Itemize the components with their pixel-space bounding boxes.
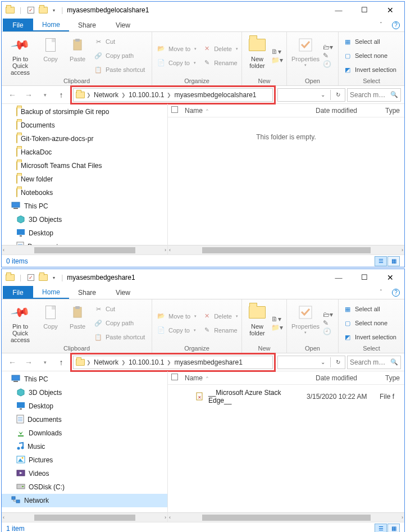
select-all-button[interactable]: ▦Select all xyxy=(341,303,399,315)
new-folder-button[interactable]: New folder xyxy=(244,34,270,77)
cut-button[interactable]: ✂Cut xyxy=(92,35,147,48)
history-icon[interactable]: 🕘 xyxy=(323,328,333,335)
new-folder-button[interactable]: New folder xyxy=(244,302,270,344)
help-icon[interactable]: ? xyxy=(392,289,400,297)
tab-share[interactable]: Share xyxy=(69,19,105,31)
select-all-checkbox[interactable] xyxy=(171,374,178,380)
history-icon[interactable]: 🕘 xyxy=(323,60,333,68)
properties-button[interactable]: Properties▾ xyxy=(289,302,322,344)
refresh-button[interactable]: ↻ xyxy=(331,356,345,369)
maximize-button[interactable]: ☐ xyxy=(352,269,377,286)
nav-item[interactable]: Pictures xyxy=(2,453,167,467)
open-icon[interactable]: 🗁▾ xyxy=(323,311,333,319)
nav-item[interactable]: Git-Token-azure-docs-pr xyxy=(2,132,167,145)
edit-icon[interactable]: ✎ xyxy=(323,52,333,60)
nav-item[interactable]: Videos xyxy=(2,467,167,480)
copy-path-button[interactable]: 🔗Copy path xyxy=(92,317,147,329)
nav-item[interactable]: HackaDoc xyxy=(2,145,167,159)
properties-qat-icon[interactable]: ✓ xyxy=(26,273,35,282)
select-all-button[interactable]: ▦Select all xyxy=(341,35,399,48)
rename-button[interactable]: ✎Rename xyxy=(200,324,240,337)
nav-item[interactable]: This PC xyxy=(2,199,167,213)
content-horizontal-scrollbar[interactable]: ‹› xyxy=(168,512,404,522)
nav-back-button[interactable]: ← xyxy=(5,356,20,369)
nav-recent-dropdown-icon[interactable]: ▾ xyxy=(38,88,52,102)
address-dropdown-icon[interactable]: ⌄ xyxy=(316,356,330,369)
new-item-icon[interactable]: 🗎▾ xyxy=(271,48,283,56)
nav-item[interactable]: Microsoft Teams Chat Files xyxy=(2,159,167,172)
pin-quick-access-button[interactable]: 📌 Pin to Quick access xyxy=(4,302,37,344)
column-headers[interactable]: Name^ Date modified Type xyxy=(168,104,404,117)
tab-home[interactable]: Home xyxy=(33,286,69,299)
nav-forward-button[interactable]: → xyxy=(21,88,36,102)
details-view-button[interactable]: ☰ xyxy=(375,524,387,533)
nav-horizontal-scrollbar[interactable]: ‹› xyxy=(2,245,167,254)
invert-selection-button[interactable]: ◩Invert selection xyxy=(341,331,399,343)
breadcrumb-item[interactable]: Network xyxy=(92,91,120,99)
cut-button[interactable]: ✂Cut xyxy=(92,303,147,315)
details-view-button[interactable]: ☰ xyxy=(375,256,387,266)
select-none-button[interactable]: ▢Select none xyxy=(341,317,399,329)
content-horizontal-scrollbar[interactable]: ‹› xyxy=(168,245,404,254)
nav-forward-button[interactable]: → xyxy=(21,356,36,369)
nav-item[interactable]: Desktop xyxy=(2,399,167,413)
properties-qat-icon[interactable]: ✓ xyxy=(26,6,35,15)
file-menu-button[interactable]: File xyxy=(3,19,33,31)
edit-icon[interactable]: ✎ xyxy=(323,319,333,327)
new-item-icon[interactable]: 🗎▾ xyxy=(271,315,283,323)
chevron-right-icon[interactable]: ❯ xyxy=(166,360,172,365)
tab-view[interactable]: View xyxy=(105,286,141,299)
delete-button[interactable]: ✕Delete▾ xyxy=(200,310,240,322)
tab-home[interactable]: Home xyxy=(33,19,69,31)
nav-up-button[interactable]: ↑ xyxy=(54,356,69,369)
paste-shortcut-button[interactable]: 📋Paste shortcut xyxy=(92,63,147,76)
address-dropdown-icon[interactable]: ⌄ xyxy=(316,89,330,101)
nav-item[interactable]: Network xyxy=(2,494,167,507)
nav-item[interactable]: This PC xyxy=(2,372,167,386)
tab-share[interactable]: Share xyxy=(69,286,105,299)
breadcrumb-item[interactable]: 10.100.10.1 xyxy=(127,91,166,99)
qat-dropdown-icon[interactable]: ▾ xyxy=(51,275,56,280)
easy-access-icon[interactable]: 📁▾ xyxy=(271,56,283,64)
paste-button[interactable]: Paste xyxy=(65,34,90,77)
nav-back-button[interactable]: ← xyxy=(5,88,20,102)
close-button[interactable]: ✕ xyxy=(377,2,403,19)
nav-item[interactable]: Notebooks xyxy=(2,186,167,199)
qat-dropdown-icon[interactable]: ▾ xyxy=(51,8,56,13)
address-bar[interactable]: ❯ Network ❯ 10.100.10.1 ❯ myasesmbedgesh… xyxy=(73,356,273,369)
refresh-button[interactable]: ↻ xyxy=(331,89,345,101)
icons-view-button[interactable]: ▦ xyxy=(387,524,400,533)
open-icon[interactable]: 🗁▾ xyxy=(323,43,333,51)
nav-recent-dropdown-icon[interactable]: ▾ xyxy=(38,356,52,369)
nav-up-button[interactable]: ↑ xyxy=(54,88,69,102)
nav-item[interactable]: New folder xyxy=(2,172,167,186)
tab-view[interactable]: View xyxy=(105,19,141,31)
minimize-button[interactable]: — xyxy=(326,269,352,286)
navigation-pane[interactable]: This PC 3D Objects Desktop Documents Dow… xyxy=(2,371,168,522)
copy-to-button[interactable]: 📄Copy to▾ xyxy=(154,324,199,337)
column-headers[interactable]: Name^ Date modified Type xyxy=(168,371,404,385)
chevron-right-icon[interactable]: ❯ xyxy=(86,92,92,98)
help-icon[interactable]: ? xyxy=(392,21,400,29)
copy-button[interactable]: Copy xyxy=(38,302,63,344)
nav-item[interactable]: Documents xyxy=(2,240,167,245)
select-none-button[interactable]: ▢Select none xyxy=(341,49,399,62)
close-button[interactable]: ✕ xyxy=(377,269,403,286)
copy-path-button[interactable]: 🔗Copy path xyxy=(92,49,147,62)
chevron-right-icon[interactable]: ❯ xyxy=(166,92,172,98)
properties-button[interactable]: Properties▾ xyxy=(289,34,322,77)
collapse-ribbon-icon[interactable]: ˆ xyxy=(380,22,382,28)
move-to-button[interactable]: 📂Move to▾ xyxy=(154,43,199,55)
nav-horizontal-scrollbar[interactable]: ‹› xyxy=(2,512,167,522)
nav-item[interactable]: Backup of storsimple Git repo xyxy=(2,105,167,119)
nav-item[interactable]: Desktop xyxy=(2,226,167,240)
folder-qat-icon[interactable] xyxy=(39,273,48,282)
search-input[interactable]: Search m… 🔍 xyxy=(347,88,401,102)
delete-button[interactable]: ✕Delete▾ xyxy=(200,43,240,55)
breadcrumb-item[interactable]: 10.100.10.1 xyxy=(127,358,166,366)
icons-view-button[interactable]: ▦ xyxy=(387,256,400,266)
rename-button[interactable]: ✎Rename xyxy=(200,57,240,69)
address-bar[interactable]: ❯ Network ❯ 10.100.10.1 ❯ myasesmbedgelo… xyxy=(73,88,273,102)
folder-qat-icon[interactable] xyxy=(39,6,48,15)
paste-button[interactable]: Paste xyxy=(65,302,90,344)
